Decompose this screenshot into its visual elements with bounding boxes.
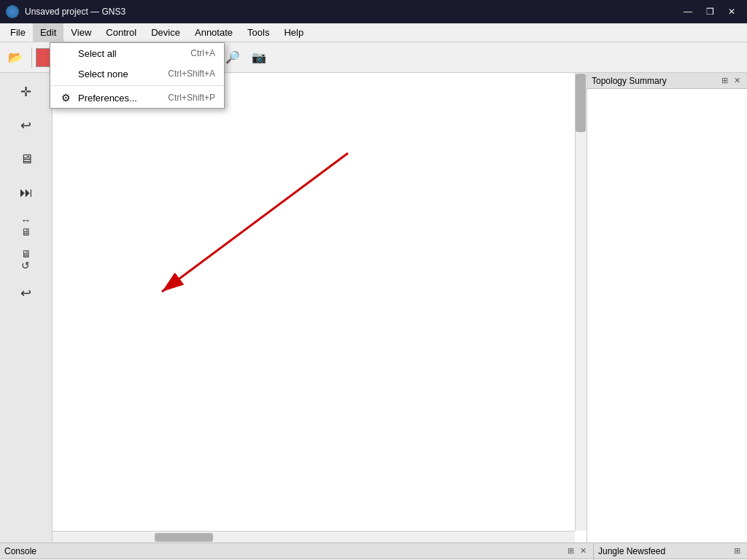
menu-select-none[interactable]: Select none Ctrl+Shift+A [50,63,224,84]
console-close-btn[interactable]: ✕ [578,545,589,556]
panel-close-btn[interactable]: ✕ [732,75,743,86]
annotation-arrow [140,131,374,335]
console-header: Console ⊞ ✕ [0,543,593,559]
menu-view[interactable]: View [63,23,98,42]
menu-device[interactable]: Device [144,23,187,42]
select-none-label: Select none [78,69,162,79]
screenshot-btn[interactable]: 📷 [247,45,271,70]
topology-panel-header: Topology Summary ⊞ ✕ [587,73,747,89]
preferences-icon: ⚙ [59,91,72,104]
console-undock-btn[interactable]: ⊞ [565,545,576,556]
menu-preferences[interactable]: ⚙ Preferences... Ctrl+Shift+P [50,88,224,108]
topology-content [587,89,747,542]
select-all-label: Select all [78,48,185,59]
horizontal-scrollbar[interactable] [53,531,575,542]
main-area: ✛ ↩ 🖥 ⏭ ↔🖥 🖥↺ ↩ Topology Summar [0,73,747,542]
select-all-icon [59,47,72,60]
vertical-scrollbar[interactable] [575,73,587,531]
sidebar-cable-btn[interactable]: ↩ [4,278,48,308]
menu-file[interactable]: File [3,23,33,42]
horizontal-scroll-thumb[interactable] [155,533,213,542]
select-all-shortcut: Ctrl+A [190,48,215,58]
menu-annotate[interactable]: Annotate [187,23,240,42]
sidebar-connect-btn[interactable]: ↔🖥 [4,211,48,241]
sidebar-back-btn[interactable]: ↩ [4,110,48,141]
sidebar-note-btn[interactable]: 🖥↺ [4,244,48,275]
sidebar-device-btn[interactable]: 🖥 [4,144,48,174]
console-title: Console [4,546,36,556]
window-controls: — ❐ ✕ [678,5,741,18]
preferences-shortcut: Ctrl+Shift+P [168,93,215,103]
select-none-icon [59,67,72,80]
vertical-scroll-thumb[interactable] [576,74,586,132]
menu-help[interactable]: Help [276,23,311,42]
maximize-button[interactable]: ❐ [700,5,719,18]
minimize-button[interactable]: — [678,5,697,18]
console-panel: Console ⊞ ✕ GNS3 management console. Run… [0,543,594,560]
close-button[interactable]: ✕ [722,5,741,18]
jungle-header: Jungle Newsfeed ⊞ [594,543,747,559]
jungle-undock-btn[interactable]: ⊞ [732,545,743,556]
sidebar-move-btn[interactable]: ✛ [4,77,48,107]
jungle-panel: Jungle Newsfeed ⊞ GNS3 Jungle THE ONLY R… [594,543,747,560]
title-bar: Unsaved project — GNS3 — ❐ ✕ [0,0,747,23]
open-button[interactable]: 📂 [3,45,28,70]
jungle-title: Jungle Newsfeed [598,546,665,556]
bottom-area: Console ⊞ ✕ GNS3 management console. Run… [0,542,747,560]
window-title: Unsaved project — GNS3 [25,7,678,17]
sidebar-play-btn[interactable]: ⏭ [4,177,48,208]
sidebar: ✛ ↩ 🖥 ⏭ ↔🖥 🖥↺ ↩ [0,73,53,542]
svg-line-1 [162,153,348,292]
topology-panel: Topology Summary ⊞ ✕ [587,73,747,542]
edit-dropdown-menu: Select all Ctrl+A Select none Ctrl+Shift… [50,42,225,109]
menu-edit[interactable]: Edit [33,23,63,42]
console-header-buttons: ⊞ ✕ [565,545,589,556]
app-icon [6,5,19,18]
canvas-area[interactable] [53,73,587,542]
menu-tools[interactable]: Tools [240,23,276,42]
topology-title: Topology Summary [592,76,667,86]
toolbar-separator-1 [31,47,32,68]
menu-control[interactable]: Control [98,23,144,42]
panel-header-buttons: ⊞ ✕ [719,75,743,86]
menu-select-all[interactable]: Select all Ctrl+A [50,43,224,63]
panel-undock-btn[interactable]: ⊞ [719,75,730,86]
menu-separator [50,85,224,86]
menu-bar: File Edit View Control Device Annotate T… [0,23,747,42]
select-none-shortcut: Ctrl+Shift+A [168,69,215,79]
preferences-label: Preferences... [78,93,162,104]
